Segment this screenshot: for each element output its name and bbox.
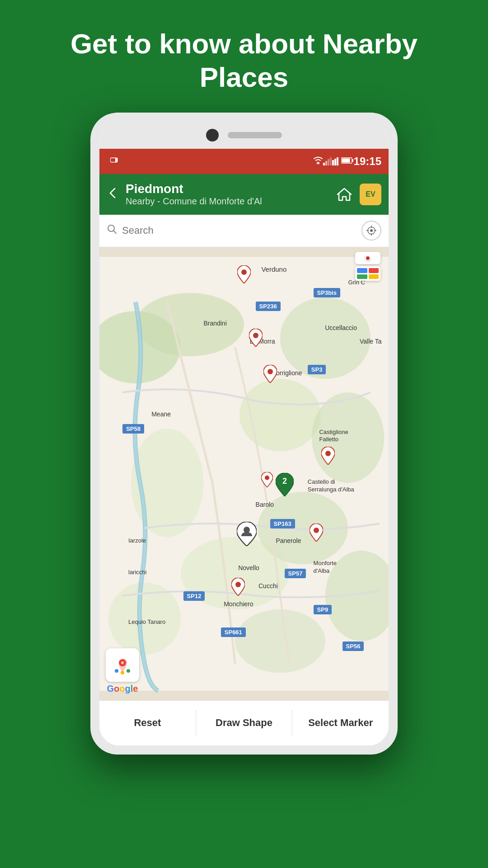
road-label-sp9: SP9 (314, 605, 332, 614)
map-pin-cluster: 2 (276, 473, 294, 496)
back-button[interactable] (107, 185, 119, 203)
camera-dot (206, 129, 219, 142)
phone-inner: 19:15 Piedmont Nearby - Comune di Monfor… (99, 122, 389, 745)
map-pin-user (237, 522, 257, 546)
signal-icon (323, 157, 332, 165)
location-target-button[interactable] (361, 221, 381, 241)
header-subtitle: Nearby - Comune di Monforte d'Al (126, 196, 333, 207)
svg-rect-1 (111, 158, 115, 162)
place-barolo: Barolo (256, 501, 274, 508)
place-iarzole: Iarzole (128, 537, 146, 544)
google-watermark: G o o g l e (106, 648, 139, 694)
ev-badge-button[interactable]: EV (360, 184, 381, 205)
phone-frame: 19:15 Piedmont Nearby - Comune di Monfor… (90, 113, 398, 755)
svg-rect-11 (342, 158, 350, 162)
select-marker-button[interactable]: Select Marker (292, 701, 389, 745)
map-pin-torriglione (263, 365, 277, 383)
search-bar (99, 215, 389, 247)
map-pin-lamorra (249, 329, 263, 347)
place-monforte: Monforted'Alba (314, 560, 337, 575)
search-icon (107, 224, 117, 238)
road-label-sp57: SP57 (285, 569, 306, 578)
place-uccellaccio: Uccellaccio (325, 324, 357, 331)
place-valleta: Valle Ta (360, 338, 382, 345)
svg-rect-4 (328, 159, 329, 165)
svg-rect-3 (325, 161, 327, 165)
place-lequio: Lequio Tanaro (128, 618, 165, 625)
place-cucchi: Cucchi (258, 582, 278, 590)
map-pin-monforte (310, 524, 323, 542)
road-label-sp12: SP12 (183, 591, 205, 601)
status-icon-image (110, 156, 120, 166)
header-title-block: Piedmont Nearby - Comune di Monforte d'A… (126, 182, 333, 207)
svg-point-37 (244, 527, 250, 533)
map-area[interactable]: SP58 SP236 SP3bis SP3 SP163 SP57 SP9 SP1… (99, 247, 389, 700)
header-title: Piedmont (126, 182, 333, 196)
svg-point-34 (325, 451, 331, 456)
place-torriglione: Torriglione (273, 369, 302, 377)
headline-text: Get to know about Nearby Places (0, 27, 488, 94)
svg-point-44 (121, 671, 124, 675)
status-bar: 19:15 (99, 149, 389, 174)
place-castiglione: CastiglioneFalletto (319, 429, 348, 444)
road-label-sp56: SP56 (343, 642, 364, 651)
draw-shape-button[interactable]: Draw Shape (196, 701, 292, 745)
place-novello: Novello (238, 564, 259, 571)
svg-rect-6 (332, 160, 334, 165)
svg-point-39 (235, 582, 241, 587)
road-label-sp236: SP236 (256, 302, 281, 311)
road-label-sp58: SP58 (122, 424, 144, 434)
svg-point-43 (127, 669, 130, 673)
phone-top-bar (99, 122, 389, 149)
place-panerole: Panerole (276, 537, 301, 544)
reset-button[interactable]: Reset (99, 701, 196, 745)
road-label-sp3: SP3 (308, 365, 326, 374)
svg-rect-5 (330, 157, 332, 165)
svg-rect-8 (337, 157, 338, 165)
search-input[interactable] (122, 225, 361, 236)
svg-point-35 (265, 475, 269, 480)
svg-point-42 (115, 669, 118, 673)
svg-rect-10 (352, 159, 353, 162)
svg-point-14 (370, 229, 373, 232)
svg-point-31 (241, 269, 247, 275)
svg-point-21 (136, 293, 244, 356)
place-meane: Meane (151, 410, 171, 418)
road-label-sp163: SP163 (270, 519, 295, 528)
svg-point-32 (253, 333, 258, 338)
road-label-sp3bis: SP3bis (314, 288, 340, 297)
svg-point-38 (314, 528, 319, 533)
svg-point-33 (267, 369, 273, 374)
place-verduno: Verduno (261, 265, 286, 273)
place-castello: Castello diSerralunga d'Alba (308, 478, 354, 494)
svg-rect-7 (334, 159, 336, 165)
place-brandini: Brandini (203, 320, 226, 327)
map-pin-monchiero (231, 578, 245, 596)
place-monchiero: Monchiero (224, 600, 253, 608)
map-pin-castiglione (321, 447, 335, 465)
battery-icon (341, 157, 354, 166)
speaker-bar (228, 132, 282, 138)
home-button[interactable] (333, 183, 356, 206)
signal-bars-icon (332, 157, 341, 165)
app-header: Piedmont Nearby - Comune di Monforte d'A… (99, 174, 389, 215)
google-map-icon (106, 648, 139, 682)
header-icons: EV (333, 183, 381, 206)
road-label-sp661: SP661 (221, 627, 246, 637)
svg-text:2: 2 (282, 476, 287, 486)
svg-point-23 (239, 379, 321, 451)
wifi-icon (313, 156, 323, 166)
bottom-bar: Reset Draw Shape Select Marker (99, 700, 389, 745)
map-pin-verduno (237, 265, 251, 283)
status-time: 19:15 (354, 155, 381, 168)
map-pin-small1 (261, 472, 273, 487)
google-text: G o o g l e (107, 684, 138, 694)
svg-point-30 (235, 609, 325, 673)
map-layers-button[interactable] (355, 252, 384, 281)
place-laricchi: laricchi (128, 569, 146, 576)
svg-rect-2 (323, 163, 325, 165)
